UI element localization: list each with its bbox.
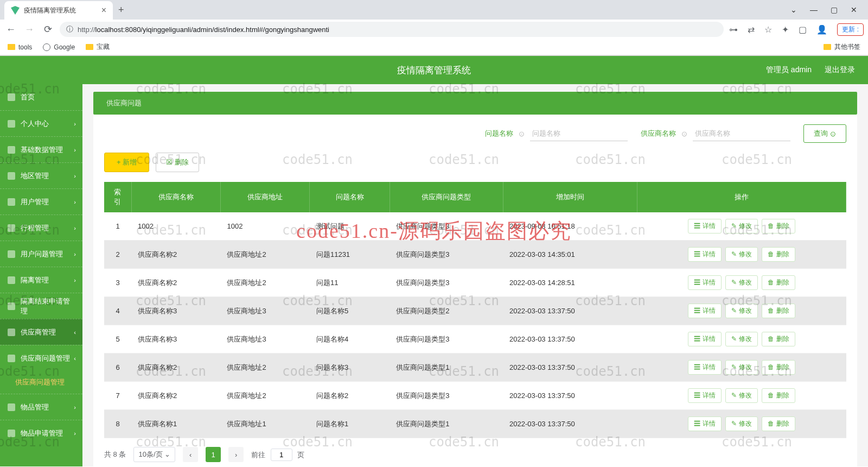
data-table: 索引供应商名称供应商地址问题名称供应商问题类型增加时间操作 1 1002 100… bbox=[104, 182, 846, 438]
bookmark-other[interactable]: 其他书签 bbox=[824, 42, 860, 52]
sidebar-item[interactable]: 行程管理› bbox=[0, 214, 82, 241]
pagination: 共 8 条 10条/页 ⌄ ‹ 1 › 前往 页 bbox=[104, 447, 846, 462]
maximize-icon[interactable]: ▢ bbox=[831, 5, 838, 14]
chevron-down-icon[interactable]: ⌄ bbox=[790, 5, 797, 14]
header-right: 管理员 admin 退出登录 bbox=[766, 65, 855, 75]
menu-icon bbox=[8, 93, 15, 101]
delete-row-button[interactable]: 🗑 删除 bbox=[762, 416, 795, 431]
bookmark-tools[interactable]: tools bbox=[8, 43, 32, 51]
table-header: 操作 bbox=[637, 182, 846, 212]
table-header: 供应商地址 bbox=[220, 182, 309, 212]
sidebar-item-label: 用户问题管理 bbox=[21, 249, 63, 259]
detail-button[interactable]: ☰ 详情 bbox=[688, 247, 721, 262]
delete-row-button[interactable]: 🗑 删除 bbox=[762, 219, 795, 234]
sidebar-item[interactable]: 用户管理› bbox=[0, 188, 82, 214]
sidebar-subitem[interactable]: 供应商问题管理 bbox=[0, 371, 82, 394]
detail-button[interactable]: ☰ 详情 bbox=[688, 332, 721, 346]
menu-icon bbox=[8, 276, 15, 284]
next-page-button[interactable]: › bbox=[228, 447, 244, 462]
cell-index: 1 bbox=[104, 212, 131, 241]
issue-name-input[interactable] bbox=[530, 126, 628, 141]
edit-button[interactable]: ✎ 修改 bbox=[725, 275, 757, 290]
detail-button[interactable]: ☰ 详情 bbox=[688, 219, 721, 234]
add-button[interactable]: + 新增 bbox=[104, 153, 149, 172]
sidebar-item[interactable]: 地区管理› bbox=[0, 162, 82, 188]
cell-ops: ☰ 详情 ✎ 修改 🗑 删除 bbox=[637, 212, 846, 241]
new-tab-button[interactable]: + bbox=[113, 4, 130, 16]
back-button[interactable]: ← bbox=[4, 24, 17, 35]
detail-button[interactable]: ☰ 详情 bbox=[688, 304, 721, 318]
folder-icon bbox=[8, 44, 15, 50]
detail-button[interactable]: ☰ 详情 bbox=[688, 360, 721, 375]
table-row: 4 供应商名称3 供应商地址3 问题名称5 供应商问题类型2 2022-03-0… bbox=[104, 297, 846, 325]
logout-link[interactable]: 退出登录 bbox=[825, 65, 855, 75]
detail-button[interactable]: ☰ 详情 bbox=[688, 388, 721, 403]
cell-ops: ☰ 详情 ✎ 修改 🗑 删除 bbox=[637, 269, 846, 297]
delete-row-button[interactable]: 🗑 删除 bbox=[762, 332, 795, 346]
search-row: 问题名称 ⊙ 供应商名称 ⊙ 查询 ⊙ bbox=[104, 124, 846, 143]
sidebar-item[interactable]: 物品管理› bbox=[0, 394, 82, 420]
browser-tab[interactable]: 疫情隔离管理系统 × bbox=[4, 1, 113, 20]
sidebar-item-label: 用户管理 bbox=[21, 197, 49, 207]
delete-row-button[interactable]: 🗑 删除 bbox=[762, 275, 795, 290]
cell-supplier-name: 供应商名称2 bbox=[131, 382, 220, 410]
sidebar-item[interactable]: 供应商问题管理‹ bbox=[0, 345, 82, 371]
admin-label[interactable]: 管理员 admin bbox=[766, 65, 812, 75]
sidebar-item[interactable]: 隔离结束申请管理 bbox=[0, 293, 82, 319]
sidebar-item[interactable]: 首页 bbox=[0, 84, 82, 110]
sidebar-item[interactable]: 个人中心› bbox=[0, 110, 82, 136]
star-icon[interactable]: ☆ bbox=[764, 24, 772, 35]
sidebar-item[interactable]: 供应商管理‹ bbox=[0, 319, 82, 345]
sidebar-item[interactable]: 用户问题管理› bbox=[0, 241, 82, 267]
cell-issue-type: 供应商问题类型3 bbox=[390, 212, 503, 241]
bookmark-baozang[interactable]: 宝藏 bbox=[86, 42, 110, 52]
forward-button[interactable]: → bbox=[23, 24, 36, 35]
edit-button[interactable]: ✎ 修改 bbox=[725, 360, 757, 375]
main-content: 供应商问题 问题名称 ⊙ 供应商名称 ⊙ 查询 ⊙ + bbox=[82, 84, 868, 466]
extensions-icon[interactable]: ✦ bbox=[782, 24, 789, 35]
edit-button[interactable]: ✎ 修改 bbox=[725, 247, 757, 262]
url-box[interactable]: ⓘ http://localhost:8080/yiqinggeliguanli… bbox=[60, 22, 724, 37]
reload-button[interactable]: ⟳ bbox=[41, 23, 54, 35]
delete-row-button[interactable]: 🗑 删除 bbox=[762, 388, 795, 403]
cell-time: 2022-03-03 13:37:50 bbox=[503, 297, 637, 325]
close-window-icon[interactable]: ✕ bbox=[851, 5, 857, 14]
edit-button[interactable]: ✎ 修改 bbox=[725, 388, 757, 403]
cell-issue-name: 问题名称2 bbox=[310, 382, 390, 410]
supplier-name-input[interactable] bbox=[693, 126, 790, 141]
prev-page-button[interactable]: ‹ bbox=[183, 447, 198, 462]
search-field-issue: 问题名称 ⊙ bbox=[485, 126, 628, 141]
sidebar-item[interactable]: 物品申请管理› bbox=[0, 420, 82, 446]
cell-issue-type: 供应商问题类型3 bbox=[390, 241, 503, 269]
table-row: 7 供应商名称2 供应商地址2 问题名称2 供应商问题类型3 2022-03-0… bbox=[104, 382, 846, 410]
edit-button[interactable]: ✎ 修改 bbox=[725, 304, 757, 318]
update-button[interactable]: 更新 : bbox=[837, 23, 864, 36]
edit-button[interactable]: ✎ 修改 bbox=[725, 219, 757, 234]
key-icon[interactable]: ⊶ bbox=[729, 24, 738, 35]
app: 疫情隔离管理系统 管理员 admin 退出登录 首页个人中心›基础数据管理›地区… bbox=[0, 56, 868, 466]
minimize-icon[interactable]: — bbox=[810, 5, 818, 14]
chevron-icon: › bbox=[74, 251, 76, 257]
delete-row-button[interactable]: 🗑 删除 bbox=[762, 247, 795, 262]
reading-list-icon[interactable]: ▢ bbox=[799, 24, 807, 35]
sidebar: 首页个人中心›基础数据管理›地区管理›用户管理›行程管理›用户问题管理›隔离管理… bbox=[0, 84, 82, 466]
table-row: 8 供应商名称1 供应商地址1 问题名称1 供应商问题类型1 2022-03-0… bbox=[104, 410, 846, 438]
bookmark-google[interactable]: Google bbox=[43, 43, 75, 51]
sidebar-item[interactable]: 隔离管理› bbox=[0, 267, 82, 293]
delete-button[interactable]: ☒ 删除 bbox=[156, 153, 199, 172]
cell-issue-name: 测试问题 bbox=[310, 212, 390, 241]
profile-icon[interactable]: 👤 bbox=[816, 24, 827, 35]
close-icon[interactable]: × bbox=[101, 5, 106, 15]
sidebar-item[interactable]: 基础数据管理› bbox=[0, 136, 82, 162]
delete-row-button[interactable]: 🗑 删除 bbox=[762, 304, 795, 318]
detail-button[interactable]: ☰ 详情 bbox=[688, 275, 721, 290]
edit-button[interactable]: ✎ 修改 bbox=[725, 332, 757, 346]
page-number[interactable]: 1 bbox=[206, 447, 221, 462]
delete-row-button[interactable]: 🗑 删除 bbox=[762, 360, 795, 375]
page-jump-input[interactable] bbox=[271, 449, 292, 461]
query-button[interactable]: 查询 ⊙ bbox=[803, 124, 846, 143]
detail-button[interactable]: ☰ 详情 bbox=[688, 416, 721, 431]
edit-button[interactable]: ✎ 修改 bbox=[725, 416, 757, 431]
translate-icon[interactable]: ⇄ bbox=[748, 24, 755, 35]
page-size-select[interactable]: 10条/页 ⌄ bbox=[133, 447, 175, 462]
